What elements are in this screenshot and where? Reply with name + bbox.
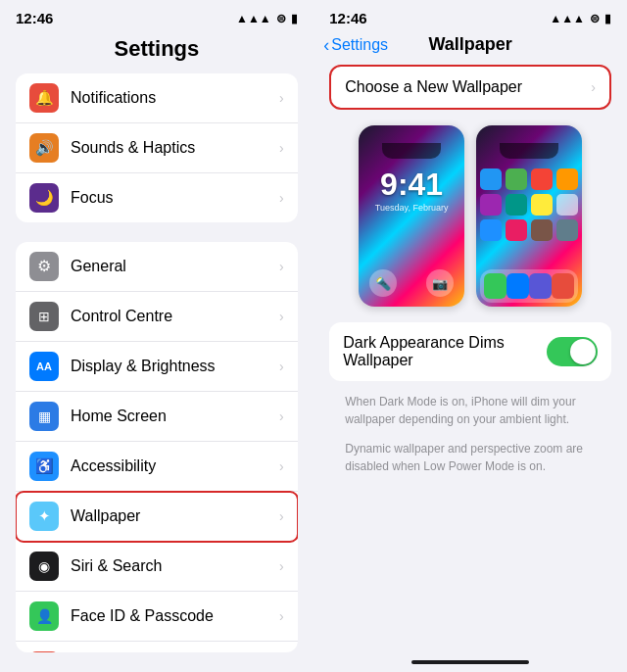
chevron-controlcentre: › bbox=[279, 309, 284, 324]
chevron-notifications: › bbox=[279, 90, 284, 106]
sidebar-item-display[interactable]: AA Display & Brightness › bbox=[16, 342, 298, 392]
sidebar-item-siri[interactable]: ◉ Siri & Search › bbox=[16, 542, 298, 592]
focus-icon: 🌙 bbox=[29, 183, 59, 213]
lock-date: Tuesday, February bbox=[359, 203, 464, 213]
home-screen-overlay bbox=[476, 125, 582, 307]
battery-icon-right: ▮ bbox=[604, 12, 611, 25]
sidebar-item-emergencysos[interactable]: SOS Emergency SOS › bbox=[16, 642, 298, 652]
sidebar-item-sounds[interactable]: 🔊 Sounds & Haptics › bbox=[16, 123, 298, 173]
time-left: 12:46 bbox=[16, 10, 53, 26]
back-chevron-icon: ‹ bbox=[323, 36, 329, 54]
lock-notch bbox=[382, 143, 441, 159]
chevron-homescreen: › bbox=[279, 408, 284, 424]
dark-appearance-toggle[interactable] bbox=[547, 337, 598, 366]
accessibility-icon: ♿ bbox=[29, 452, 59, 481]
emergencysos-icon: SOS bbox=[29, 651, 59, 652]
back-button[interactable]: ‹ Settings bbox=[323, 36, 388, 54]
sidebar-item-notifications[interactable]: 🔔 Notifications › bbox=[16, 73, 298, 123]
settings-group-top: 🔔 Notifications › 🔊 Sounds & Haptics › 🌙… bbox=[16, 73, 298, 222]
chevron-sounds: › bbox=[279, 140, 284, 156]
right-panel: 12:46 ▲▲▲ ⊜ ▮ ‹ Settings Wallpaper Choos… bbox=[314, 0, 627, 672]
general-icon: ⚙ bbox=[29, 252, 59, 281]
wifi-icon: ⊜ bbox=[276, 12, 286, 25]
dark-appearance-label: Dark Appearance Dims Wallpaper bbox=[343, 334, 547, 369]
homescreen-label: Home Screen bbox=[71, 408, 279, 425]
toggle-knob bbox=[570, 339, 596, 364]
right-header: ‹ Settings Wallpaper bbox=[314, 30, 627, 65]
chevron-faceid: › bbox=[279, 608, 284, 624]
faceid-label: Face ID & Passcode bbox=[71, 607, 279, 625]
right-content: Choose a New Wallpaper › 9:41 Tuesday, F… bbox=[314, 65, 627, 652]
notifications-icon: 🔔 bbox=[29, 83, 59, 113]
chevron-general: › bbox=[279, 259, 284, 274]
desc1: When Dark Mode is on, iPhone will dim yo… bbox=[329, 389, 611, 436]
sidebar-item-general[interactable]: ⚙ General › bbox=[16, 242, 298, 292]
dark-appearance-card: Dark Appearance Dims Wallpaper bbox=[329, 322, 611, 381]
back-label: Settings bbox=[331, 36, 388, 54]
settings-group-middle: ⚙ General › ⊞ Control Centre › AA Displa… bbox=[16, 242, 298, 652]
status-bar-right: 12:46 ▲▲▲ ⊜ ▮ bbox=[314, 0, 627, 30]
controlcentre-icon: ⊞ bbox=[29, 302, 59, 331]
siri-label: Siri & Search bbox=[71, 557, 279, 575]
signal-icon-right: ▲▲▲ bbox=[550, 12, 585, 25]
chevron-choose-wallpaper: › bbox=[591, 79, 596, 95]
focus-label: Focus bbox=[71, 189, 279, 207]
dark-appearance-item: Dark Appearance Dims Wallpaper bbox=[329, 322, 611, 381]
home-notch bbox=[500, 143, 558, 159]
wallpaper-icon: ✦ bbox=[29, 502, 59, 531]
choose-wallpaper-card[interactable]: Choose a New Wallpaper › bbox=[329, 65, 611, 110]
sidebar-item-faceid[interactable]: 👤 Face ID & Passcode › bbox=[16, 592, 298, 642]
home-indicator bbox=[411, 660, 529, 664]
wallpaper-page-title: Wallpaper bbox=[428, 34, 511, 55]
sidebar-item-homescreen[interactable]: ▦ Home Screen › bbox=[16, 392, 298, 442]
lock-screen-overlay: 9:41 Tuesday, February 🔦 📷 bbox=[359, 125, 464, 307]
left-panel: 12:46 ▲▲▲ ⊜ ▮ Settings 🔔 Notifications ›… bbox=[0, 0, 314, 672]
chevron-accessibility: › bbox=[279, 458, 284, 474]
signal-icon: ▲▲▲ bbox=[236, 12, 271, 25]
sidebar-item-accessibility[interactable]: ♿ Accessibility › bbox=[16, 442, 298, 492]
chevron-display: › bbox=[279, 359, 284, 374]
lock-time: 9:41 bbox=[359, 167, 464, 203]
chevron-focus: › bbox=[279, 190, 284, 206]
sidebar-item-controlcentre[interactable]: ⊞ Control Centre › bbox=[16, 292, 298, 342]
battery-icon-left: ▮ bbox=[291, 12, 298, 25]
home-screen-preview bbox=[476, 125, 582, 307]
settings-title: Settings bbox=[0, 30, 314, 73]
sidebar-item-wallpaper[interactable]: ✦ Wallpaper › bbox=[16, 492, 298, 542]
faceid-icon: 👤 bbox=[29, 601, 59, 631]
wifi-icon-right: ⊜ bbox=[590, 12, 600, 25]
chevron-wallpaper: › bbox=[279, 508, 284, 524]
status-icons-left: ▲▲▲ ⊜ ▮ bbox=[236, 12, 298, 25]
notifications-label: Notifications bbox=[71, 89, 279, 107]
wallpaper-label: Wallpaper bbox=[71, 507, 279, 525]
display-icon: AA bbox=[29, 352, 59, 381]
choose-wallpaper-label: Choose a New Wallpaper bbox=[345, 78, 591, 96]
sounds-icon: 🔊 bbox=[29, 133, 59, 163]
desc2: Dynamic wallpaper and perspective zoom a… bbox=[329, 436, 611, 483]
general-label: General bbox=[71, 258, 279, 275]
status-bar-left: 12:46 ▲▲▲ ⊜ ▮ bbox=[0, 0, 314, 30]
chevron-siri: › bbox=[279, 558, 284, 574]
controlcentre-label: Control Centre bbox=[71, 308, 279, 325]
lock-screen-preview: 9:41 Tuesday, February 🔦 📷 bbox=[359, 125, 464, 307]
siri-icon: ◉ bbox=[29, 552, 59, 581]
time-right: 12:46 bbox=[329, 10, 366, 26]
status-icons-right: ▲▲▲ ⊜ ▮ bbox=[550, 12, 611, 25]
sounds-label: Sounds & Haptics bbox=[71, 139, 279, 157]
homescreen-icon: ▦ bbox=[29, 402, 59, 431]
display-label: Display & Brightness bbox=[71, 358, 279, 375]
wallpaper-previews: 9:41 Tuesday, February 🔦 📷 bbox=[329, 125, 611, 322]
accessibility-label: Accessibility bbox=[71, 457, 279, 475]
sidebar-item-focus[interactable]: 🌙 Focus › bbox=[16, 173, 298, 222]
